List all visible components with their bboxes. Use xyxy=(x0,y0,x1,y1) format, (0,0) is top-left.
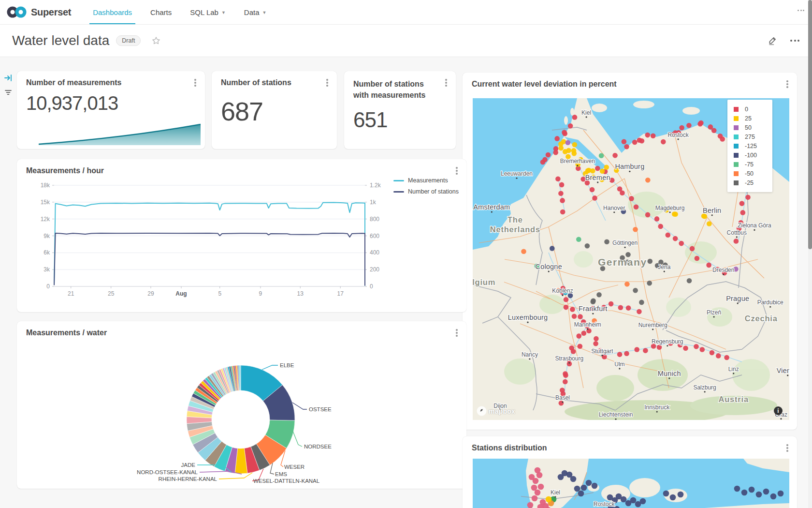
city-label: Zielona Góra xyxy=(738,222,771,229)
nav-item-charts[interactable]: Charts xyxy=(141,0,181,24)
svg-text:29: 29 xyxy=(147,290,154,297)
page-title: Water level data xyxy=(12,33,109,48)
chevron-down-icon: ▼ xyxy=(262,10,267,15)
legend-item[interactable]: Number of stations xyxy=(393,188,459,195)
navbar: Superset DashboardsChartsSQL Lab▼Data▼ xyxy=(0,0,812,25)
city-label: Koblenz xyxy=(552,287,573,294)
scrollbar-thumb[interactable] xyxy=(808,0,812,249)
svg-text:18k: 18k xyxy=(41,182,50,189)
city-label: The xyxy=(508,215,523,224)
legend-swatch xyxy=(734,162,739,167)
legend-swatch xyxy=(734,144,739,149)
superset-logo-icon[interactable] xyxy=(7,5,27,19)
city-label: Stuttgart xyxy=(591,348,613,355)
city-label: Germany xyxy=(598,256,647,268)
legend-item[interactable]: -100 xyxy=(734,150,767,160)
city-label: Berlin xyxy=(703,207,721,214)
legend-label: -75 xyxy=(745,161,754,168)
legend-label: Number of stations xyxy=(408,188,459,195)
legend-swatch xyxy=(734,107,739,112)
svg-text:800: 800 xyxy=(370,216,379,223)
legend-swatch xyxy=(734,180,739,185)
expand-filter-bar-icon[interactable] xyxy=(4,74,13,82)
svg-text:17: 17 xyxy=(337,290,344,297)
legend-label: 0 xyxy=(745,106,748,113)
svg-text:200: 200 xyxy=(370,266,379,273)
kpi-card-stations: Number of stations 687 xyxy=(212,71,337,149)
city-label: Luxembourg xyxy=(508,314,548,321)
legend-label: -25 xyxy=(745,179,754,186)
kpi-title: Number of stations xyxy=(221,78,291,87)
svg-text:400: 400 xyxy=(370,249,379,256)
city-label: Mannheim xyxy=(574,321,601,328)
svg-text:12k: 12k xyxy=(41,216,50,223)
legend-item[interactable]: -125 xyxy=(734,141,767,150)
kebab-menu-icon[interactable] xyxy=(783,79,791,89)
legend-item[interactable]: 50 xyxy=(734,123,767,132)
stations-map-card: Stations distribution xyxy=(463,436,797,508)
nav-item-sql-lab[interactable]: SQL Lab▼ xyxy=(181,0,235,24)
svg-text:600: 600 xyxy=(370,233,379,239)
donut-label: JADE xyxy=(181,462,196,468)
nav-overflow-icon[interactable] xyxy=(798,10,804,11)
kpi-title: Number of stations with measurements xyxy=(353,78,440,101)
donut-chart[interactable]: ELBEOSTSEENORDSEEWESEREMSWESEL-DATTELN-K… xyxy=(17,321,466,489)
nav-item-data[interactable]: Data▼ xyxy=(235,0,276,24)
city-label: Strasbourg xyxy=(555,355,583,362)
legend-label: -125 xyxy=(745,143,757,149)
city-label: Innsbruck xyxy=(644,404,670,411)
legend-item[interactable]: -50 xyxy=(734,169,767,178)
legend-label: 50 xyxy=(745,124,752,131)
legend-item[interactable]: 275 xyxy=(734,132,767,141)
legend-swatch xyxy=(734,153,739,158)
kebab-menu-icon[interactable] xyxy=(442,78,450,88)
legend-label: Measurements xyxy=(408,177,448,184)
city-label: Nancy xyxy=(522,351,538,358)
legend-swatch xyxy=(734,134,739,139)
city-label: Kiel xyxy=(551,489,560,496)
legend-item[interactable]: 0 xyxy=(734,105,767,114)
city-label: Basel xyxy=(555,394,570,401)
legend-swatch xyxy=(734,116,739,121)
favorite-star-icon[interactable] xyxy=(151,36,161,45)
city-label: Dresden xyxy=(712,267,734,273)
city-label: Rostock xyxy=(594,501,615,508)
nav-item-dashboards[interactable]: Dashboards xyxy=(84,0,141,24)
chart-legend: MeasurementsNumber of stations xyxy=(393,177,459,199)
filter-icon[interactable] xyxy=(4,88,13,97)
donut-label: WESEL-DATTELN-KANAL xyxy=(253,478,320,484)
legend-label: -50 xyxy=(745,170,754,177)
svg-text:25: 25 xyxy=(108,290,115,297)
city-label: Magdeburg xyxy=(655,205,685,211)
city-label: Bremerhaven xyxy=(560,158,595,164)
mapbox-logo[interactable]: mapbox xyxy=(477,406,515,416)
baltic-map[interactable]: KielRostock xyxy=(473,459,789,508)
city-label: Hamburg xyxy=(615,163,644,170)
city-label: Göttingen xyxy=(612,239,638,246)
city-label: Czechia xyxy=(745,314,778,323)
legend-swatch xyxy=(393,180,404,181)
legend-item[interactable]: -25 xyxy=(734,178,767,187)
edit-pencil-icon[interactable] xyxy=(768,35,778,45)
city-label: Kiel xyxy=(581,109,591,116)
city-label: Bremen xyxy=(585,174,610,181)
city-label: Belgium xyxy=(473,278,495,286)
svg-text:0: 0 xyxy=(46,283,50,290)
legend-item[interactable]: Measurements xyxy=(393,177,459,184)
kebab-menu-icon[interactable] xyxy=(191,78,199,88)
kebab-menu-icon[interactable] xyxy=(783,443,791,453)
header-more-icon[interactable] xyxy=(790,40,799,42)
dashboard-header: Water level data Draft xyxy=(0,24,812,57)
city-label: Linz xyxy=(728,366,739,373)
kpi-trend-sparkline xyxy=(39,120,201,146)
hour-chart-card: Measurements / hour MeasurementsNumber o… xyxy=(17,159,466,312)
legend-item[interactable]: 25 xyxy=(734,114,767,123)
city-label: Plzeň xyxy=(707,309,721,316)
donut-label: NORD-OSTSEE-KANAL xyxy=(137,469,198,475)
svg-text:1k: 1k xyxy=(370,199,377,206)
legend-item[interactable]: -75 xyxy=(734,160,767,169)
map-info-icon[interactable]: i xyxy=(774,406,783,415)
city-label: Amsterdam xyxy=(473,203,510,211)
kebab-menu-icon[interactable] xyxy=(323,78,331,88)
legend-swatch xyxy=(393,191,404,193)
